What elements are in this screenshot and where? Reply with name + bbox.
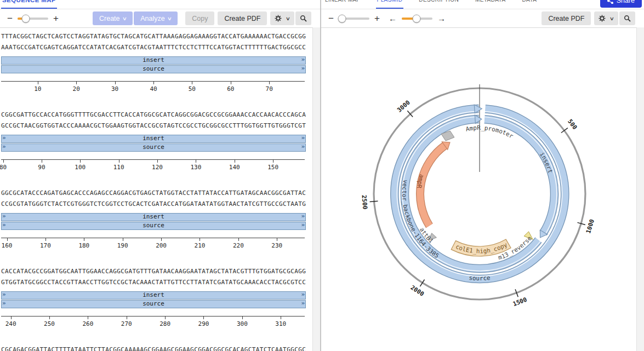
top-strand[interactable]: TTTACGGCTAGCTCAGTCCTAGGTATAGTGCTAGCATGCA… (1, 33, 306, 40)
ruler-tick (196, 160, 196, 163)
continues-right-icon: » (301, 213, 305, 220)
bottom-strand[interactable]: AAATGCCGATCGAGTCAGGATCCATATCACGATCGTACGT… (1, 44, 306, 51)
annotation-bar-source[interactable]: source» (1, 65, 306, 73)
ruler-tick-label: 70 (266, 85, 273, 93)
ruler-tick-label: 210 (195, 242, 206, 249)
pan-left-button[interactable]: ← (386, 14, 400, 22)
left-scrollbar[interactable] (312, 27, 320, 351)
create-button[interactable]: Create ∨ (93, 11, 133, 25)
continues-right-icon: » (301, 65, 305, 72)
zoom-in-button[interactable]: + (372, 14, 383, 23)
tab-linear-map[interactable]: LINEAR MAP (324, 0, 362, 9)
ruler-tick-label: 20 (73, 85, 80, 93)
ruler-tick (235, 160, 235, 163)
share-button[interactable]: Share (600, 0, 642, 8)
top-strand[interactable]: CACCATACGCCGGATGGCAATTGGAACCAGGCGATGTTTG… (1, 268, 306, 275)
zoom-out-button[interactable]: − (326, 14, 337, 23)
annotation-bar-source[interactable]: source»» (1, 300, 306, 308)
ruler-tick-label: 180 (78, 242, 89, 249)
analyze-button-label: Analyze (140, 15, 164, 22)
tab-description[interactable]: DESCRIPTION (418, 0, 460, 9)
top-strand[interactable]: CGCAGACGGATTACTTTTATAATTCTTACGGCAAAAAGCG… (1, 346, 306, 351)
annotation-bar-source[interactable]: source»» (1, 143, 306, 152)
ruler (1, 81, 305, 82)
ruler-tick-label: 160 (2, 242, 13, 249)
continues-right-icon: » (301, 291, 305, 298)
continues-right-icon: » (301, 222, 305, 228)
create-button-label: Create (99, 15, 120, 22)
ruler-tick (192, 82, 192, 84)
sequence-map-panel: SEQUENCE MAP − + Create ∨ Analyze ∨ Copy… (0, 0, 321, 351)
annotation-bar-insert[interactable]: insert»» (1, 291, 306, 300)
create-pdf-button[interactable]: Create PDF (542, 11, 591, 25)
ruler-tick-label: 200 (156, 242, 167, 249)
chevron-down-icon: ∨ (122, 16, 127, 21)
tab-sequence-map[interactable]: SEQUENCE MAP (1, 0, 57, 9)
annotation-label: source (143, 222, 164, 229)
continues-left-icon: » (2, 135, 6, 141)
annotation-bar-insert[interactable]: insert»» (1, 213, 306, 221)
right-scrollbar[interactable] (636, 27, 644, 351)
copy-button[interactable]: Copy (185, 11, 214, 25)
right-toolbar: − + ← → Create PDF ∨ (321, 9, 644, 28)
rotate-slider-knob[interactable] (412, 14, 420, 22)
ruler (1, 316, 305, 317)
zoom-in-button[interactable]: + (50, 14, 61, 23)
create-pdf-button[interactable]: Create PDF (218, 11, 267, 25)
ruler-tick-label: 310 (275, 320, 286, 327)
ruler-tick-label: 260 (82, 320, 93, 327)
ruler-tick (277, 238, 277, 241)
ruler-tick (157, 160, 158, 163)
bottom-strand[interactable]: CCGCGTATGGGTCTACTCGTGGGTCTCGGTCCTGCACTCG… (1, 200, 306, 208)
tab-plasmid[interactable]: PLASMID (376, 0, 404, 9)
annotation-label: source (143, 143, 164, 151)
analyze-button[interactable]: Analyze ∨ (134, 11, 178, 25)
bottom-strand[interactable]: GTGGTATGCGGCCTACCGTTAACCTTGGTCCGCTACAAAC… (1, 279, 306, 286)
zoom-out-button[interactable]: − (4, 14, 15, 23)
sequence-view[interactable]: TTTACGGCTAGCTCAGTCCTAGGTATAGTGCTAGCATGCA… (0, 27, 312, 351)
rotate-slider[interactable] (402, 18, 432, 20)
ruler-tick (123, 238, 123, 241)
ruler-tick-label: 290 (198, 320, 209, 327)
plasmid-tick-label: 2500 (361, 195, 369, 210)
annotation-label: source (143, 65, 164, 72)
chevron-down-icon: ∨ (286, 16, 290, 21)
plasmid-map[interactable]: 50010001500200025003000sourceinsertvecto… (321, 27, 637, 351)
ruler-tick-label: 280 (159, 320, 170, 327)
search-button[interactable] (295, 11, 311, 25)
annotation-label: insert (143, 135, 164, 142)
ruler-tick (200, 238, 200, 241)
annotation-bar-insert[interactable]: insert»» (1, 135, 306, 143)
zoom-slider[interactable] (339, 18, 369, 20)
continues-right-icon: » (301, 143, 305, 150)
ruler-tick (76, 82, 77, 84)
ruler-tick-label: 190 (117, 242, 128, 249)
annotation-bar-source[interactable]: source»» (1, 222, 306, 230)
ruler-tick (238, 238, 239, 241)
continues-left-icon: » (2, 291, 6, 298)
search-button[interactable] (619, 11, 635, 25)
annotation-bar-insert[interactable]: insert» (1, 56, 306, 65)
continues-left-icon: » (2, 222, 6, 228)
ruler-tick-label: 140 (229, 164, 240, 171)
left-toolbar: − + Create ∨ Analyze ∨ Copy Create PDF (0, 9, 320, 28)
right-tabbar: LINEAR MAPPLASMIDDESCRIPTIONMETADATADATA… (321, 0, 644, 9)
ruler-tick (38, 82, 38, 84)
ruler-tick-label: 250 (44, 320, 55, 327)
zoom-slider-knob[interactable] (338, 14, 346, 22)
zoom-slider-knob[interactable] (21, 14, 30, 22)
continues-left-icon: » (2, 143, 6, 150)
top-strand[interactable]: CGGCGATTGCCACCATGGGTTTTGCGACCTTCACCATGGC… (1, 111, 306, 118)
settings-button[interactable]: ∨ (270, 11, 294, 25)
top-strand[interactable]: GGCGCATACCCAGATGAGCACCCAGAGCCAGGACGTGAGC… (1, 189, 306, 197)
pan-right-button[interactable]: → (435, 14, 448, 22)
tab-metadata[interactable]: METADATA (474, 0, 506, 9)
tab-data[interactable]: DATA (521, 0, 538, 9)
bottom-strand[interactable]: GCCGCTAACGGTGGTACCCAAAACGCTGGAAGTGGTACCG… (1, 122, 306, 129)
ruler-tick-label: 120 (152, 164, 163, 171)
settings-button[interactable]: ∨ (594, 11, 618, 25)
continues-right-icon: » (301, 300, 305, 307)
ruler-tick (80, 160, 81, 163)
zoom-slider[interactable] (18, 18, 48, 20)
ruler-tick-label: 90 (38, 164, 45, 171)
